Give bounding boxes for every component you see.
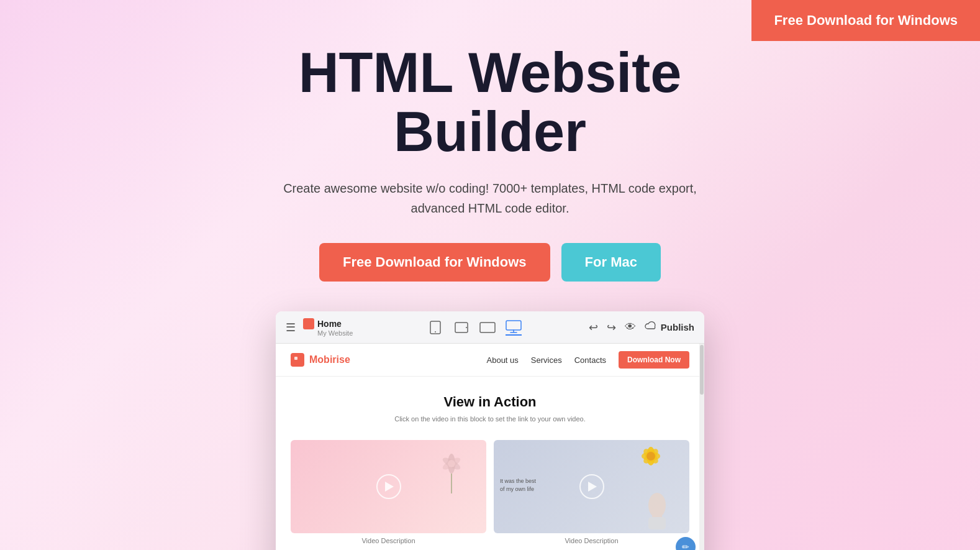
video-desc-1: Video Description <box>291 533 486 547</box>
page-name: Home <box>317 319 342 329</box>
desktop-device-icon[interactable] <box>506 319 522 336</box>
redo-button[interactable]: ↪ <box>607 321 616 334</box>
mobile-device-icon[interactable] <box>427 319 443 336</box>
site-hero-section: View in Action Click on the video in thi… <box>276 377 704 440</box>
app-preview: ☰ Home My Website <box>276 311 704 550</box>
play-button-2[interactable] <box>579 474 604 499</box>
svg-point-3 <box>466 327 467 328</box>
publish-label: Publish <box>661 322 694 332</box>
video-card-1: Video Description <box>291 440 486 547</box>
play-button-1[interactable] <box>376 474 401 499</box>
nav-contacts[interactable]: Contacts <box>574 355 606 365</box>
publish-button[interactable]: Publish <box>645 321 694 334</box>
svg-point-11 <box>448 460 455 467</box>
flower-decoration-2 <box>635 445 667 479</box>
download-windows-button[interactable]: Free Download for Windows <box>319 243 550 282</box>
site-logo: Mobirise <box>291 353 350 367</box>
site-logo-icon <box>291 353 304 367</box>
hero-section: HTML Website Builder Create awesome webs… <box>0 0 980 282</box>
hero-title: HTML Website Builder <box>0 44 980 161</box>
site-video-grid: Video Description <box>276 440 704 550</box>
video-thumbnail-2[interactable]: It was the best of my own life <box>494 440 689 533</box>
toolbar-page-info: Home My Website <box>303 318 353 337</box>
site-content-preview: Mobirise About us Services Contacts Down… <box>276 344 704 550</box>
svg-point-1 <box>435 331 436 332</box>
site-navbar: Mobirise About us Services Contacts Down… <box>276 344 704 377</box>
tablet-small-device-icon[interactable] <box>453 319 470 336</box>
svg-rect-7 <box>294 357 297 360</box>
site-hero-title: View in Action <box>291 394 689 410</box>
svg-rect-20 <box>648 517 666 529</box>
app-scrollbar[interactable] <box>699 344 704 550</box>
download-mac-button[interactable]: For Mac <box>561 243 661 282</box>
hand-decoration <box>638 484 676 533</box>
nav-cta-button[interactable]: Download Now <box>619 351 689 369</box>
app-toolbar: ☰ Home My Website <box>276 311 704 344</box>
play-triangle-2 <box>588 482 597 492</box>
play-triangle-1 <box>385 482 394 492</box>
top-cta-button[interactable]: Free Download for Windows <box>751 0 980 41</box>
menu-icon[interactable]: ☰ <box>286 321 296 334</box>
toolbar-actions: ↩ ↪ 👁 Publish <box>589 321 694 334</box>
svg-rect-4 <box>480 323 495 332</box>
flower-decoration-1 <box>435 451 469 495</box>
video-text-overlay: It was the best of my own life <box>500 477 536 493</box>
site-logo-name: Mobirise <box>309 354 350 365</box>
cloud-icon <box>645 321 657 334</box>
tablet-device-icon[interactable] <box>479 319 496 336</box>
video-card-2: It was the best of my own life Video Des… <box>494 440 689 547</box>
preview-button[interactable]: 👁 <box>625 321 636 334</box>
nav-about[interactable]: About us <box>487 355 519 365</box>
site-nav-links: About us Services Contacts Download Now <box>487 351 690 369</box>
app-preview-wrapper: ☰ Home My Website <box>0 311 980 550</box>
nav-services[interactable]: Services <box>531 355 562 365</box>
svg-point-17 <box>647 452 655 461</box>
svg-rect-6 <box>293 355 302 364</box>
toolbar-device-switcher <box>368 319 581 336</box>
site-name: My Website <box>303 329 353 337</box>
hero-subtitle: Create awesome website w/o coding! 7000+… <box>279 178 701 218</box>
video-thumbnail-1[interactable] <box>291 440 486 533</box>
site-hero-subtitle: Click on the video in this block to set … <box>291 415 689 423</box>
hero-buttons: Free Download for Windows For Mac <box>0 243 980 282</box>
undo-button[interactable]: ↩ <box>589 321 598 334</box>
page-icon <box>303 318 314 329</box>
video-desc-2: Video Description <box>494 533 689 547</box>
scrollbar-thumb <box>700 345 704 395</box>
svg-rect-5 <box>506 321 521 330</box>
